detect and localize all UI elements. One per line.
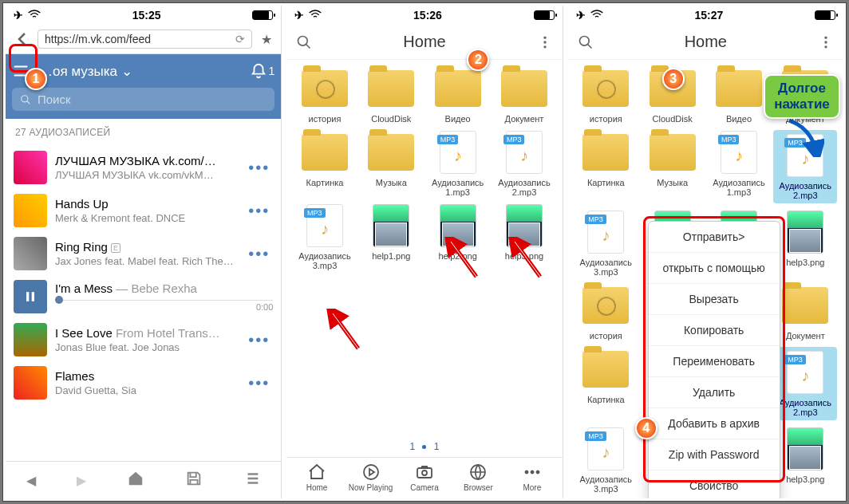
- context-menu-item[interactable]: Добавить в архив: [649, 408, 780, 439]
- file-label: Аудиозапись 2.mp3: [775, 181, 835, 200]
- file-item[interactable]: MP3♪Аудиозапись 2.mp3: [773, 347, 837, 420]
- file-item[interactable]: MP3♪Аудиозапись 3.mp3: [574, 210, 638, 277]
- nav-home-icon[interactable]: [127, 470, 144, 490]
- file-label: help1.png: [372, 251, 410, 261]
- file-item[interactable]: Видео: [426, 66, 490, 124]
- search-input[interactable]: Поиск: [12, 88, 274, 111]
- track-row[interactable]: ЛУЧШАЯ МУЗЫКА vk.com/…ЛУЧШАЯ МУЗЫКА vk.c…: [6, 146, 281, 189]
- file-item[interactable]: история: [574, 283, 638, 341]
- track-more-icon[interactable]: •••: [245, 159, 273, 177]
- tab-home[interactable]: Home: [294, 463, 339, 492]
- track-subtitle: David Guetta, Sia: [55, 384, 237, 396]
- file-label: Картинка: [587, 395, 625, 404]
- tab-more[interactable]: More: [510, 463, 555, 492]
- context-menu-item[interactable]: Копировать: [649, 315, 780, 346]
- overflow-menu-icon[interactable]: [818, 34, 834, 50]
- file-label: help2.png: [438, 251, 476, 261]
- image-file-icon: [373, 204, 409, 247]
- svg-point-12: [531, 471, 534, 474]
- pause-icon[interactable]: [14, 280, 47, 313]
- context-menu-item[interactable]: Вырезать: [649, 284, 780, 315]
- context-menu-item[interactable]: Zip with Password: [649, 439, 780, 471]
- album-cover: [14, 194, 47, 227]
- file-item[interactable]: Картинка: [574, 347, 638, 420]
- file-item[interactable]: MP3♪Аудиозапись 2.mp3: [492, 130, 556, 197]
- tab-camera[interactable]: Camera: [402, 463, 447, 492]
- track-row[interactable]: Ring RingEJax Jones feat. Mabel feat. Ri…: [6, 232, 281, 275]
- track-row[interactable]: FlamesDavid Guetta, Sia•••: [6, 361, 281, 404]
- file-item[interactable]: help3.png: [773, 210, 837, 277]
- screen-1-vk: ✈ 15:25 https://m.vk.com/feed ⟳ ★ 1 …оя …: [6, 6, 282, 498]
- tab-label: Home: [306, 483, 328, 492]
- status-bar: ✈ 15:26: [286, 6, 562, 25]
- svg-point-6: [543, 45, 546, 48]
- tab-label: More: [523, 483, 541, 492]
- file-item[interactable]: история: [574, 66, 638, 124]
- track-row[interactable]: I'm a Mess — Bebe Rexha0:00: [6, 275, 281, 318]
- context-menu-item[interactable]: Переименовать: [649, 346, 780, 377]
- file-label: Видео: [726, 114, 752, 124]
- file-manager-header: Home: [568, 25, 843, 60]
- folder-icon: [368, 70, 414, 107]
- search-icon[interactable]: [578, 34, 594, 50]
- folder-icon: [435, 70, 481, 107]
- context-menu-item[interactable]: открыть с помощью: [649, 253, 780, 284]
- context-menu-item[interactable]: Отправить>: [649, 222, 780, 253]
- track-row[interactable]: I See Love From Hotel Trans…Jonas Blue f…: [6, 318, 281, 361]
- overflow-menu-icon[interactable]: [537, 34, 553, 50]
- folder-icon: [650, 134, 696, 171]
- track-title: Ring RingE: [55, 240, 237, 254]
- file-item[interactable]: MP3♪Аудиозапись 1.mp3: [707, 130, 771, 203]
- file-item[interactable]: help3.png: [773, 427, 837, 494]
- file-label: Документ: [505, 114, 544, 124]
- battery-icon: [815, 10, 835, 20]
- folder-icon: [582, 70, 629, 107]
- track-more-icon[interactable]: •••: [245, 374, 273, 392]
- nav-save-icon[interactable]: [185, 470, 203, 490]
- file-item[interactable]: MP3♪Аудиозапись 3.mp3: [293, 203, 357, 270]
- context-menu-item[interactable]: Удалить: [649, 377, 780, 408]
- nav-back-icon[interactable]: ◀: [26, 473, 36, 488]
- bookmark-star-icon[interactable]: ★: [257, 32, 276, 47]
- bell-icon[interactable]: 1: [250, 62, 275, 80]
- svg-point-9: [422, 471, 427, 475]
- file-item[interactable]: Музыка: [359, 130, 423, 197]
- tab-browser[interactable]: Browser: [456, 463, 500, 492]
- context-menu: Отправить>открыть с помощьюВырезатьКопир…: [648, 221, 780, 498]
- url-input[interactable]: https://m.vk.com/feed ⟳: [38, 30, 252, 49]
- file-item[interactable]: MP3♪Аудиозапись 1.mp3: [426, 130, 490, 197]
- track-subtitle: Jonas Blue feat. Joe Jonas: [55, 341, 237, 353]
- file-item[interactable]: CloudDisk: [359, 66, 423, 124]
- file-item[interactable]: Картинка: [293, 130, 357, 197]
- back-button[interactable]: [10, 28, 33, 50]
- tab-now-playing[interactable]: Now Playing: [349, 463, 393, 492]
- track-more-icon[interactable]: •••: [245, 331, 273, 349]
- nav-list-icon[interactable]: [243, 470, 261, 490]
- file-item[interactable]: help2.png: [426, 203, 490, 270]
- track-more-icon[interactable]: •••: [245, 245, 273, 263]
- file-item[interactable]: help3.png: [492, 203, 556, 270]
- vk-header: …оя музыка ⌄ 1: [6, 54, 281, 88]
- reload-icon[interactable]: ⟳: [235, 33, 245, 45]
- wifi-icon: [28, 9, 41, 22]
- nav-forward-icon[interactable]: ▶: [77, 473, 86, 488]
- file-item[interactable]: MP3♪Аудиозапись 3.mp3: [574, 427, 638, 494]
- file-label: CloudDisk: [371, 114, 411, 124]
- file-item[interactable]: Видео: [707, 66, 771, 124]
- context-menu-item[interactable]: Свойство: [649, 471, 780, 498]
- search-icon[interactable]: [296, 34, 312, 50]
- track-row[interactable]: Hands UpMerk & Kremont feat. DNCE•••: [6, 189, 281, 232]
- file-item[interactable]: Музыка: [641, 130, 705, 203]
- file-item[interactable]: Документ: [492, 66, 556, 124]
- file-item[interactable]: история: [293, 66, 357, 124]
- file-grid: историяCloudDiskВидеоДокументКартинкаМуз…: [286, 60, 562, 436]
- file-item[interactable]: Документ: [773, 283, 837, 341]
- mp3-file-icon: MP3♪: [721, 131, 757, 174]
- track-more-icon[interactable]: •••: [245, 202, 273, 220]
- file-item[interactable]: Картинка: [574, 130, 638, 203]
- file-label: Аудиозапись 3.mp3: [574, 258, 638, 277]
- svg-point-14: [579, 36, 589, 45]
- clock: 15:25: [132, 9, 161, 22]
- file-item[interactable]: help1.png: [359, 203, 423, 270]
- tab-label: Now Playing: [349, 483, 393, 492]
